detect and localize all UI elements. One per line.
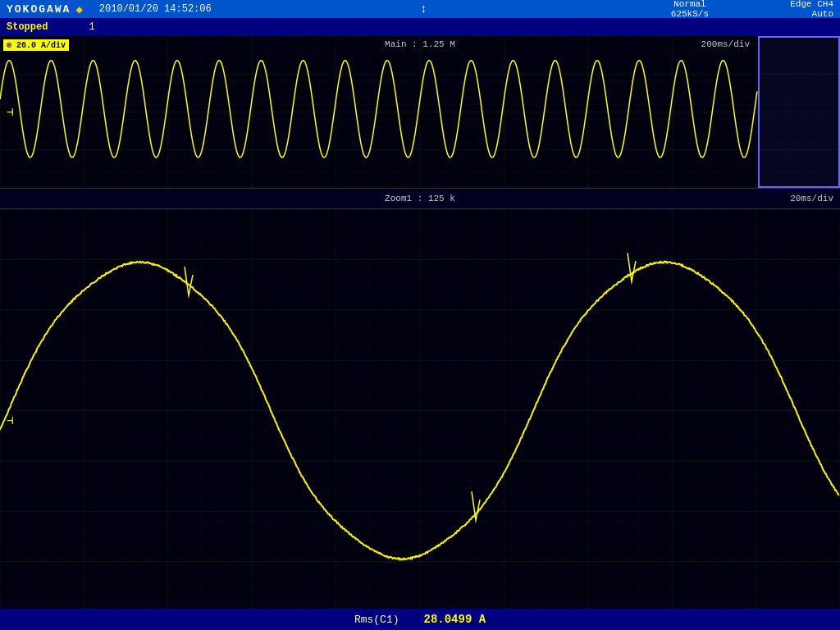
- ground-marker-overview: ⊣: [7, 105, 13, 119]
- zoom-label: Zoom1 : 125 k: [385, 194, 455, 203]
- sample-rate: 625kS/s: [671, 9, 709, 19]
- zoom-timescale: 20ms/div: [790, 194, 833, 203]
- zoom-waveform-canvas: [0, 209, 840, 612]
- zoom-separator-bar: Zoom1 : 125 k 20ms/div: [0, 188, 840, 209]
- logo-text: YOKOGAWA: [7, 3, 71, 16]
- channel-label-overview: ⊙ 26.0 A/div: [3, 39, 69, 51]
- zoom-highlight-box: [758, 36, 840, 188]
- overview-waveform-canvas: [0, 36, 840, 188]
- trigger-auto-label: Auto: [790, 9, 833, 19]
- trigger-type-info: Edge CH4 Auto: [790, 0, 833, 18]
- zoom-panel: ⊣: [0, 209, 840, 630]
- logo-diamond: ◆: [75, 2, 82, 16]
- trigger-cursor-icon: ↕: [420, 2, 427, 16]
- ground-marker-zoom: ⊣: [7, 413, 13, 427]
- overview-panel: ⊙ 26.0 A/div Main : 1.25 M 200ms/div ⊣: [0, 36, 840, 188]
- logo-area: YOKOGAWA ◆: [7, 2, 83, 16]
- overview-timescale: 200ms/div: [701, 39, 750, 49]
- stopped-status: Stopped: [7, 21, 48, 33]
- sample-count: 1: [89, 21, 94, 33]
- header-bar: YOKOGAWA ◆ 2010/01/20 14:52:06 ↕ Normal …: [0, 0, 840, 18]
- scope-area: ⊙ 26.0 A/div Main : 1.25 M 200ms/div ⊣ Z…: [0, 36, 840, 630]
- overview-center-info: Main : 1.25 M: [385, 39, 455, 49]
- trigger-mode: Normal: [671, 0, 709, 9]
- edge-trigger-label: Edge CH4: [790, 0, 833, 9]
- measurement-bar: Rms(C1) 28.0499 A: [0, 609, 840, 630]
- datetime-display: 2010/01/20 14:52:06: [99, 3, 212, 15]
- rms-label: Rms(C1): [354, 614, 399, 626]
- trigger-info: Normal 625kS/s: [671, 0, 709, 18]
- rms-value: 28.0499 A: [423, 613, 486, 626]
- status-bar: Stopped 1: [0, 18, 840, 36]
